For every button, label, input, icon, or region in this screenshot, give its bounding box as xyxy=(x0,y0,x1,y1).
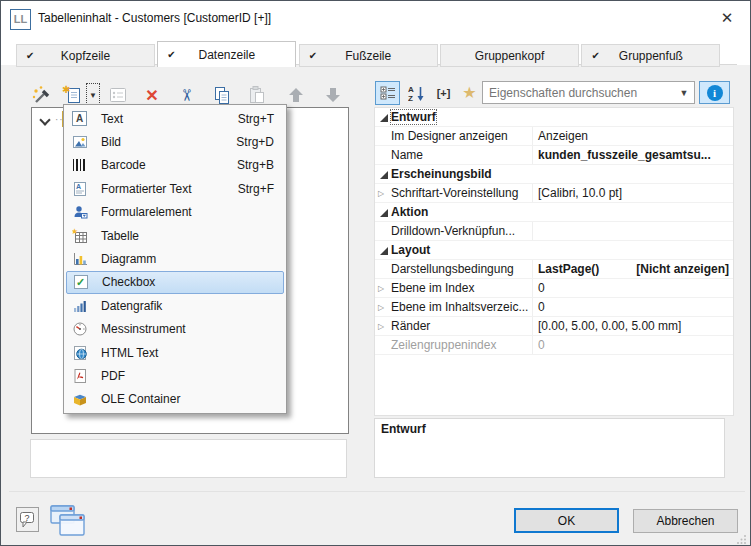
category-expanded-icon[interactable] xyxy=(380,114,388,122)
property-row[interactable]: ▷ Schriftart-Voreinstellung [Calibri, 10… xyxy=(375,184,733,203)
move-down-button[interactable] xyxy=(321,83,345,107)
window-title: Tabelleninhalt - Customers [CustomerID [… xyxy=(38,11,271,25)
expand-all-icon: [+] xyxy=(437,87,451,99)
check-icon: ✔ xyxy=(591,45,599,67)
overlapping-windows-icon[interactable] xyxy=(48,502,86,543)
move-up-button[interactable] xyxy=(284,83,308,107)
expand-icon[interactable]: ▷ xyxy=(378,184,384,203)
tree-expander-chevron-icon[interactable] xyxy=(39,114,50,125)
menu-item-diagramm[interactable]: Diagramm xyxy=(64,247,286,270)
tab-label: Gruppenkopf xyxy=(475,49,544,63)
tab-datenzeile[interactable]: ✔ Datenzeile xyxy=(157,41,296,67)
property-search-input[interactable] xyxy=(489,83,669,102)
lower-empty-panel xyxy=(30,439,347,478)
delete-icon: ✕ xyxy=(145,86,158,105)
help-button[interactable]: ? xyxy=(16,507,39,532)
category-expanded-icon[interactable] xyxy=(380,247,388,255)
text-icon: A xyxy=(71,110,88,127)
tab-label: Fußzeile xyxy=(345,49,391,63)
property-description-panel: Entwurf xyxy=(374,418,725,478)
check-icon: ✔ xyxy=(26,45,34,67)
menu-item-formatierter-text[interactable]: A Formatierter Text Strg+F xyxy=(64,177,286,200)
barcode-icon xyxy=(71,157,88,174)
category-row[interactable]: Erscheinungsbild xyxy=(375,165,733,184)
footer-separator xyxy=(9,491,745,492)
category-expanded-icon[interactable] xyxy=(380,171,388,179)
expand-icon[interactable]: ▷ xyxy=(378,317,384,336)
category-expanded-icon[interactable] xyxy=(380,209,388,217)
svg-text:✱: ✱ xyxy=(62,84,70,95)
menu-item-barcode[interactable]: Barcode Strg+B xyxy=(64,154,286,177)
property-row[interactable]: ▷ Ebene im Inhaltsverzeic... 0 xyxy=(375,298,733,317)
svg-text:?: ? xyxy=(25,512,30,522)
sort-az-button[interactable]: A Z xyxy=(404,81,429,105)
check-icon: ✔ xyxy=(167,42,175,68)
property-row[interactable]: ▷ Ränder [0.00, 5.00, 0.00, 5.00 mm] xyxy=(375,317,733,336)
titlebar[interactable]: LL Tabelleninhalt - Customers [CustomerI… xyxy=(1,1,750,33)
svg-text:A: A xyxy=(76,183,81,190)
data-graphic-icon xyxy=(71,297,88,314)
tab-kopfzeile[interactable]: ✔ Kopfzeile xyxy=(16,44,155,67)
cancel-button[interactable]: Abbrechen xyxy=(633,509,738,533)
property-row[interactable]: Im Designer anzeigen Anzeigen xyxy=(375,127,733,146)
gauge-icon xyxy=(71,321,88,338)
menu-item-pdf[interactable]: PDF xyxy=(64,364,286,387)
menu-item-formularelement[interactable]: Formularelement xyxy=(64,201,286,224)
menu-item-text[interactable]: A Text Strg+T xyxy=(64,107,286,130)
svg-text:Z: Z xyxy=(408,94,413,102)
chevron-down-icon[interactable]: ▼ xyxy=(678,85,690,101)
properties-icon xyxy=(107,84,129,106)
form-element-icon xyxy=(71,204,88,221)
close-button[interactable]: ✕ xyxy=(710,5,744,31)
pdf-icon xyxy=(71,367,88,384)
property-grid[interactable]: Entwurf Im Designer anzeigen Anzeigen Na… xyxy=(374,107,734,416)
menu-item-bild[interactable]: Bild Strg+D xyxy=(64,130,286,153)
app-logo-icon: LL xyxy=(10,9,31,30)
resize-grip[interactable] xyxy=(737,533,747,543)
category-row[interactable]: Entwurf xyxy=(375,108,733,127)
insert-object-menu: A Text Strg+T Bild Strg+D Barcode Strg+B… xyxy=(63,104,287,414)
expand-icon[interactable]: ▷ xyxy=(378,279,384,298)
category-row[interactable]: Aktion xyxy=(375,203,733,222)
property-description-title: Entwurf xyxy=(381,422,718,436)
menu-item-html-text[interactable]: HTML Text xyxy=(64,341,286,364)
tab-gruppenfuss[interactable]: ✔ Gruppenfuß xyxy=(581,44,720,67)
categorized-view-icon xyxy=(380,85,396,101)
move-up-icon xyxy=(286,85,306,105)
expand-all-button[interactable]: [+] xyxy=(431,81,456,105)
copy-icon xyxy=(211,84,233,106)
check-icon: ✔ xyxy=(309,45,317,67)
wizard-button[interactable] xyxy=(30,83,54,107)
menu-item-ole-container[interactable]: OLE Container xyxy=(64,388,286,411)
table-icon: ★ xyxy=(71,227,88,244)
property-row[interactable]: Name kunden_fusszeile_gesamtsu... xyxy=(375,146,733,165)
favorites-star-icon: ★ xyxy=(462,85,476,101)
expand-icon[interactable]: ▷ xyxy=(378,298,384,317)
property-row[interactable]: Darstellungsbedingung [Nicht anzeigen] L… xyxy=(375,260,733,279)
checkbox-icon: ✓ xyxy=(72,274,89,291)
wizard-icon xyxy=(31,84,53,106)
property-row[interactable]: ▷ Ebene im Index 0 xyxy=(375,279,733,298)
menu-item-messinstrument[interactable]: Messinstrument xyxy=(64,318,286,341)
menu-item-checkbox[interactable]: ✓ Checkbox xyxy=(66,271,284,294)
category-row[interactable]: Layout xyxy=(375,241,733,260)
formatted-text-icon: A xyxy=(71,180,88,197)
table-contents-dialog: LL Tabelleninhalt - Customers [CustomerI… xyxy=(0,0,751,546)
help-bubble-icon: ? xyxy=(19,511,36,529)
property-search-combo[interactable]: ▼ xyxy=(482,81,695,104)
tabstrip: ✔ Kopfzeile ✔ Datenzeile ✔ Fußzeile Grup… xyxy=(16,41,719,65)
chevron-down-icon: ▼ xyxy=(89,91,97,100)
ok-button[interactable]: OK xyxy=(514,508,619,533)
tab-fusszeile[interactable]: ✔ Fußzeile xyxy=(299,44,438,67)
insert-object-icon: ✱ xyxy=(62,84,84,106)
menu-item-datengrafik[interactable]: Datengrafik xyxy=(64,294,286,317)
categorized-view-button[interactable] xyxy=(375,81,400,105)
sort-az-icon: A Z xyxy=(408,84,425,102)
favorites-button[interactable]: ★ xyxy=(457,81,482,105)
tab-gruppenkopf[interactable]: Gruppenkopf xyxy=(440,44,579,67)
property-row[interactable]: Drilldown-Verknüpfun... xyxy=(375,222,733,241)
menu-item-tabelle[interactable]: ★ Tabelle xyxy=(64,224,286,247)
ole-container-icon xyxy=(71,391,88,408)
paste-icon xyxy=(246,84,268,106)
info-button[interactable]: i xyxy=(699,81,730,104)
